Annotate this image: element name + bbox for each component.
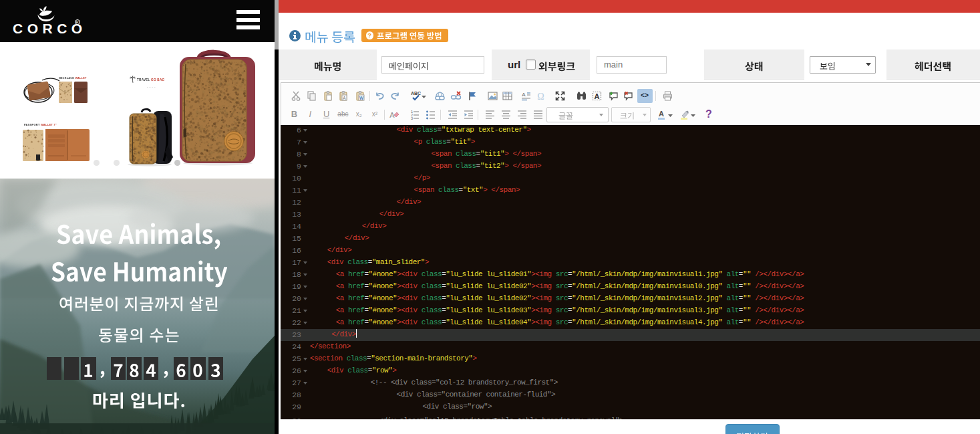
svg-text:A: A [595,92,600,100]
svg-text:A: A [522,92,526,98]
svg-text:A: A [659,110,664,118]
svg-text:A: A [343,96,347,100]
svg-text:Ω: Ω [537,91,544,101]
svg-text:3: 3 [411,116,413,120]
svg-text:W: W [359,96,364,100]
